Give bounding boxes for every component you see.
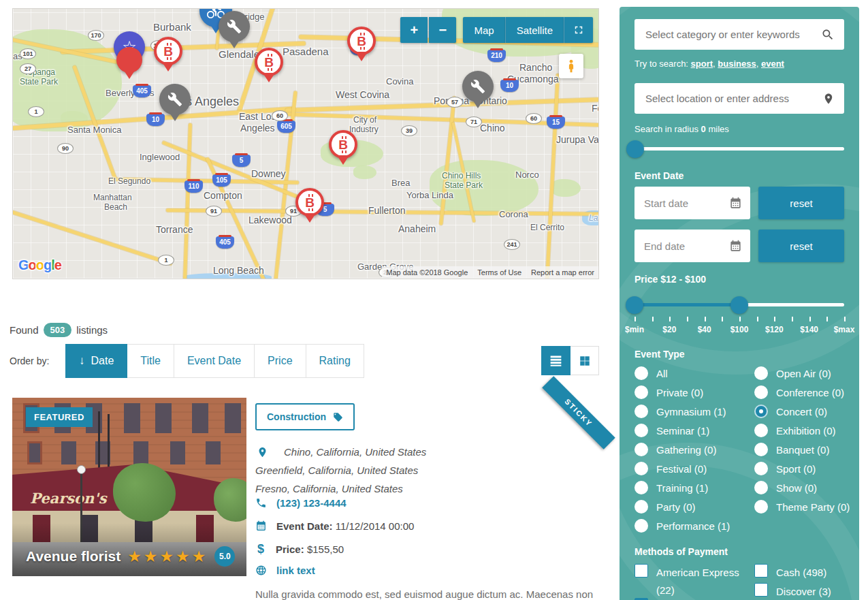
event-type-option-private-0-[interactable]: Private (0)	[634, 385, 703, 399]
event-type-option-sport-0-[interactable]: Sport (0)	[754, 462, 816, 475]
event-type-option-party-0-[interactable]: Party (0)	[634, 500, 696, 514]
report-map-error-link[interactable]: Report a map error	[531, 268, 594, 277]
website-link[interactable]: link text	[276, 565, 315, 576]
radio[interactable]	[634, 405, 648, 418]
event-type-option-banquet-0-[interactable]: Banquet (0)	[754, 443, 829, 456]
page: asFlintridgeBurbankGlendalePasadenaLos A…	[0, 0, 868, 600]
radio[interactable]	[634, 462, 648, 475]
map-marker-bitcoin[interactable]: B	[154, 37, 182, 72]
order-tab-date[interactable]: ↓Date	[65, 344, 127, 378]
category-tag-button[interactable]: Construction	[255, 403, 355, 430]
map-controls: + − Map Satellite	[400, 17, 593, 43]
radio-selected[interactable]	[754, 405, 768, 418]
checkbox[interactable]	[754, 564, 768, 578]
event-type-option-all[interactable]: All	[634, 366, 668, 380]
end-date-input[interactable]	[634, 240, 729, 252]
terms-of-use-link[interactable]: Terms of Use	[477, 268, 521, 277]
order-tab-title[interactable]: Title	[127, 344, 174, 378]
listing-photo[interactable]: Pearson's FEATURED Avenue florist ★★★★★ …	[12, 398, 246, 576]
order-tab-event-date[interactable]: Event Date	[174, 344, 255, 378]
event-type-option-theme-party-0-[interactable]: Theme Party (0)	[754, 500, 850, 514]
location-pin-icon	[257, 445, 268, 465]
radio[interactable]	[634, 481, 648, 494]
map-marker-bitcoin[interactable]: B	[295, 188, 324, 223]
map-marker-wrench[interactable]	[219, 11, 250, 48]
try-search-link-event[interactable]: event	[761, 59, 784, 69]
radio[interactable]	[634, 424, 648, 437]
event-type-option-performance-1-[interactable]: Performance (1)	[634, 519, 730, 533]
search-icon[interactable]	[821, 28, 835, 42]
event-type-option-show-0-[interactable]: Show (0)	[754, 481, 817, 494]
category-search-input[interactable]	[634, 29, 821, 40]
radio[interactable]	[634, 366, 648, 380]
map-zoom-in-button[interactable]: +	[400, 17, 428, 43]
satellite-type-button[interactable]: Satellite	[506, 17, 564, 43]
calendar-icon[interactable]	[729, 240, 742, 253]
event-type-option-conference-0-[interactable]: Conference (0)	[754, 385, 844, 399]
radius-slider-handle[interactable]	[626, 140, 644, 158]
calendar-icon[interactable]	[729, 197, 742, 210]
location-icon[interactable]	[822, 91, 835, 106]
event-type-label: Theme Party (0)	[776, 501, 850, 513]
event-type-option-open-air-0-[interactable]: Open Air (0)	[754, 366, 831, 380]
grid-view-button[interactable]	[570, 346, 599, 375]
listing-details: Construction Chino, California, United S…	[255, 403, 599, 430]
radius-slider-track[interactable]	[634, 147, 844, 151]
radio[interactable]	[754, 443, 768, 456]
checkbox[interactable]	[754, 583, 768, 597]
radio[interactable]	[634, 385, 648, 399]
radio[interactable]	[754, 424, 768, 437]
radio[interactable]	[754, 385, 768, 399]
radio[interactable]	[634, 519, 648, 533]
radio[interactable]	[754, 481, 768, 494]
end-date-reset-button[interactable]: reset	[758, 230, 844, 262]
event-type-option-festival-0-[interactable]: Festival (0)	[634, 462, 707, 475]
event-type-option-training-1-[interactable]: Training (1)	[634, 481, 708, 494]
event-type-option-seminar-1-[interactable]: Seminar (1)	[634, 424, 709, 437]
map-label: Torrance	[156, 224, 193, 235]
pegman-icon	[564, 59, 579, 74]
order-tab-rating[interactable]: Rating	[306, 344, 364, 378]
radio[interactable]	[634, 443, 648, 456]
map-marker-bitcoin[interactable]: B	[347, 27, 376, 61]
start-date-input[interactable]	[634, 198, 729, 209]
radio[interactable]	[754, 462, 768, 475]
map-marker-bitcoin[interactable]: B	[329, 130, 357, 165]
map-marker-wrench[interactable]	[159, 84, 191, 121]
radio[interactable]	[634, 500, 648, 514]
payment-option-discover-3-[interactable]: Discover (3)	[754, 583, 859, 600]
phone-number[interactable]: (123) 123-4444	[276, 497, 347, 509]
event-type-option-gymnasium-1-[interactable]: Gymnasium (1)	[634, 405, 726, 418]
order-tab-label: Date	[91, 345, 114, 377]
map-type-button[interactable]: Map	[463, 17, 505, 43]
price-slider-handle-max[interactable]	[730, 296, 748, 314]
radio[interactable]	[754, 366, 768, 380]
try-search-link-business[interactable]: business	[718, 59, 756, 69]
order-tab-price[interactable]: Price	[254, 344, 306, 378]
start-date-reset-button[interactable]: reset	[758, 187, 844, 219]
payment-option-american-express-22-[interactable]: American Express (22)	[634, 564, 747, 599]
price-value: $155,50	[307, 543, 344, 555]
location-search-input[interactable]	[634, 93, 822, 104]
event-type-option-concert-0-[interactable]: Concert (0)	[754, 405, 827, 418]
map-canvas[interactable]: asFlintridgeBurbankGlendalePasadenaLos A…	[12, 8, 599, 279]
event-type-option-gathering-0-[interactable]: Gathering (0)	[634, 443, 716, 456]
pegman-control[interactable]	[559, 54, 583, 78]
route-shield-state: 101	[20, 48, 36, 59]
map-marker-red[interactable]	[116, 47, 142, 79]
list-view-button[interactable]	[541, 346, 570, 375]
payment-option-cash-498-[interactable]: Cash (498)	[754, 564, 859, 582]
map-zoom-out-button[interactable]: −	[429, 17, 456, 43]
event-type-heading: Event Type	[634, 349, 685, 360]
listing-title[interactable]: Avenue florist	[26, 548, 120, 565]
photo-lamp-decor	[77, 465, 86, 474]
try-search-link-sport[interactable]: sport	[691, 59, 713, 69]
radio[interactable]	[754, 500, 768, 514]
event-type-option-exhibition-0-[interactable]: Exhibition (0)	[754, 424, 836, 437]
map-marker-bitcoin[interactable]: B	[255, 48, 283, 82]
checkbox[interactable]	[634, 564, 648, 578]
map-marker-wrench[interactable]	[462, 71, 494, 108]
price-slider-handle-min[interactable]	[626, 296, 643, 314]
route-shield-interstate: 15	[547, 116, 565, 129]
fullscreen-button[interactable]	[564, 17, 593, 43]
